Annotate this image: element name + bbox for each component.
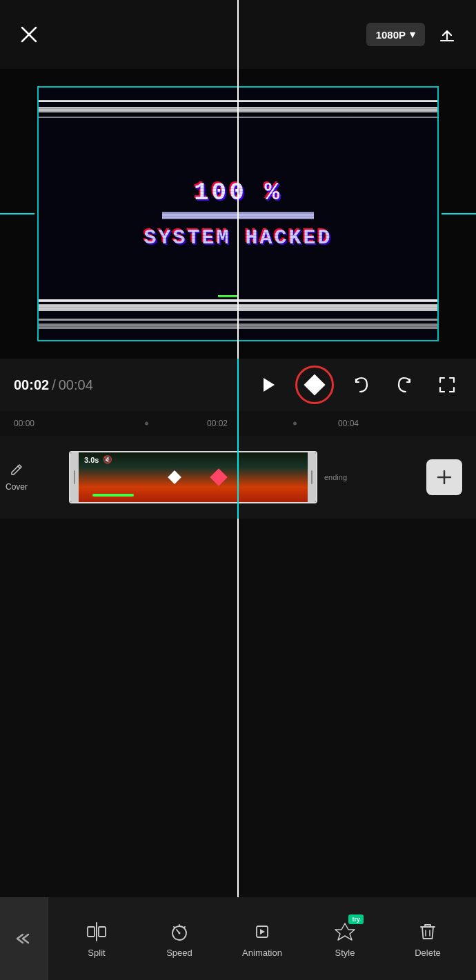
collapse-button[interactable] [0,897,48,980]
ruler-mark-4: 00:04 [338,419,359,428]
bottom-toolbar: Split Speed Animation [0,897,476,980]
toolbar-item-delete[interactable]: Delete [407,920,448,958]
svg-rect-6 [88,927,95,937]
svg-rect-7 [99,927,106,937]
play-button[interactable] [252,370,283,400]
resolution-dropdown-icon: ▾ [410,28,415,41]
undo-button[interactable] [346,370,377,400]
timeline-section: 00:02 / 00:04 [0,359,476,519]
time-display: 00:02 / 00:04 [14,377,252,393]
add-clip-button[interactable] [426,459,462,495]
preview-area: 100 % SYSTEM HACKED [0,69,476,359]
upload-button[interactable] [435,22,459,47]
percent-text: 100 % [39,179,437,207]
animation-label: Animation [242,948,282,958]
hacked-text: SYSTEM HACKED [39,226,437,250]
video-clip[interactable]: 3.0s 🔇 [69,451,317,503]
playhead-top-indicator [237,44,239,69]
ruler-mark-0: 00:00 [14,419,34,428]
fullscreen-button[interactable] [432,370,462,400]
redo-button[interactable] [389,370,419,400]
style-label: Style [335,948,355,958]
toolbar-item-speed[interactable]: Speed [159,920,200,958]
svg-point-10 [179,932,181,934]
total-time: 00:04 [59,377,93,393]
toolbar-item-style[interactable]: try Style [324,920,366,958]
clip-ending-label: ending [324,473,347,481]
video-frame: 100 % SYSTEM HACKED [37,86,439,341]
timeline-playhead [237,359,239,519]
toolbar-item-split[interactable]: Split [76,920,117,958]
cover-edit-icon [10,463,23,479]
toolbar-items: Split Speed Animation [48,920,476,958]
cover-text: Cover [6,482,28,492]
playback-controls [252,366,462,404]
svg-marker-12 [260,929,265,934]
clip-handle-left[interactable] [70,452,79,502]
keyframe-diamond-icon [304,374,325,395]
close-button[interactable] [17,22,41,47]
keyframe-button[interactable] [295,366,334,404]
svg-marker-2 [264,378,275,392]
clip-duration-text: 3.0s [84,456,99,464]
ruler-dot-2 [293,422,297,426]
time-separator: / [52,377,56,393]
top-bar: 1080P ▾ [0,0,476,69]
empty-track-space [0,519,476,698]
speed-label: Speed [166,948,192,958]
clip-handle-right[interactable] [308,452,316,502]
cyan-left-marker [0,213,34,214]
cover-label-area: Cover [6,463,28,492]
mute-icon: 🔇 [103,455,112,464]
delete-label: Delete [415,948,441,958]
clip-duration: 3.0s 🔇 [84,455,112,464]
split-label: Split [88,948,105,958]
toolbar-item-animation[interactable]: Animation [241,920,283,958]
resolution-label: 1080P [376,29,406,41]
ruler-dot-1 [145,422,148,426]
try-badge: try [348,914,364,924]
resolution-button[interactable]: 1080P ▾ [366,23,425,46]
clip-inner: 3.0s 🔇 [79,452,308,502]
ruler-mark-2: 00:02 [207,419,228,428]
current-time: 00:02 [14,377,49,393]
clip-progress-bar [92,494,134,497]
cyan-right-marker [442,213,476,214]
preview-text-area: 100 % SYSTEM HACKED [39,179,437,250]
hacked-bar [162,212,314,219]
top-right-controls: 1080P ▾ [366,22,459,47]
